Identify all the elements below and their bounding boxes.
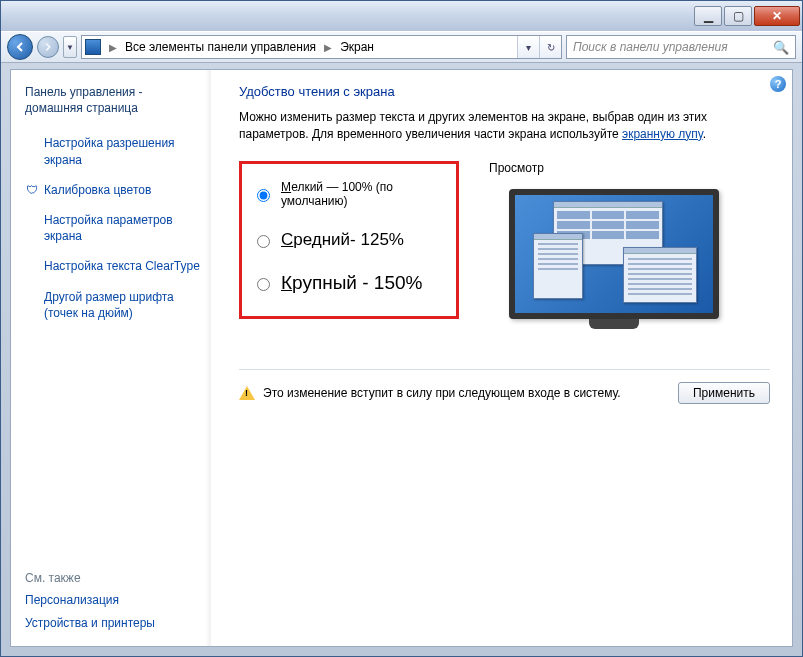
shield-icon: 🛡 [25,182,39,198]
sidebar-link-cleartype[interactable]: Настройка текста ClearType [25,258,201,274]
nav-forward-button[interactable] [37,36,59,58]
breadcrumb-item-display[interactable]: Экран [337,36,377,58]
see-also-title: См. также [25,571,201,585]
control-panel-icon [85,39,101,55]
apply-button[interactable]: Применить [678,382,770,404]
client-area: ? Панель управления - домашняя страница … [10,69,793,647]
search-placeholder: Поиск в панели управления [573,40,728,54]
chevron-right-icon: ▶ [104,42,122,53]
scaling-options-group: Мелкий — 100% (по умолчанию) Средний- 12… [239,161,459,319]
radio-medium-input[interactable] [257,235,270,248]
page-title: Удобство чтения с экрана [239,84,770,99]
window: ▁ ▢ ✕ ▼ ▶ Все элементы панели управления… [0,0,803,657]
radio-small[interactable]: Мелкий — 100% (по умолчанию) [252,180,442,208]
sidebar-home-link[interactable]: Панель управления - домашняя страница [25,84,201,116]
titlebar: ▁ ▢ ✕ [1,1,802,31]
see-also-section: См. также Персонализация Устройства и пр… [25,561,201,638]
magnifier-link[interactable]: экранную лупу [622,127,703,141]
minimize-button[interactable]: ▁ [694,6,722,26]
search-input[interactable]: Поиск в панели управления 🔍 [566,35,796,59]
sidebar-link-color-calibration[interactable]: 🛡Калибровка цветов [25,182,201,198]
maximize-button[interactable]: ▢ [724,6,752,26]
radio-small-input[interactable] [257,189,270,202]
breadcrumb-item-all[interactable]: Все элементы панели управления [122,36,319,58]
warning-icon [239,386,255,400]
refresh-button[interactable]: ↻ [539,36,561,58]
address-bar: ▼ ▶ Все элементы панели управления ▶ Экр… [1,31,802,63]
radio-large-input[interactable] [257,278,270,291]
search-icon: 🔍 [773,40,789,55]
sidebar-link-display-settings[interactable]: Настройка параметров экрана [25,212,201,244]
radio-large[interactable]: Крупный - 150% [252,272,442,294]
sidebar-link-resolution[interactable]: Настройка разрешения экрана [25,135,201,167]
nav-history-dropdown[interactable]: ▼ [63,36,77,58]
preview-label: Просмотр [489,161,770,175]
main-content: Удобство чтения с экрана Можно изменить … [211,70,792,646]
chevron-right-icon: ▶ [319,42,337,53]
close-button[interactable]: ✕ [754,6,800,26]
note-text: Это изменение вступит в силу при следующ… [263,386,670,400]
radio-medium[interactable]: Средний- 125% [252,230,442,250]
see-also-devices[interactable]: Устройства и принтеры [25,615,201,631]
nav-back-button[interactable] [7,34,33,60]
breadcrumb-dropdown[interactable]: ▾ [517,36,539,58]
preview-column: Просмотр [489,161,770,319]
sidebar: Панель управления - домашняя страница На… [11,70,211,646]
see-also-personalization[interactable]: Персонализация [25,592,201,608]
sidebar-link-custom-dpi[interactable]: Другой размер шрифта (точек на дюйм) [25,289,201,321]
preview-monitor-icon [509,189,719,319]
note-row: Это изменение вступит в силу при следующ… [239,369,770,404]
breadcrumb[interactable]: ▶ Все элементы панели управления ▶ Экран… [81,35,562,59]
page-description: Можно изменить размер текста и других эл… [239,109,770,143]
